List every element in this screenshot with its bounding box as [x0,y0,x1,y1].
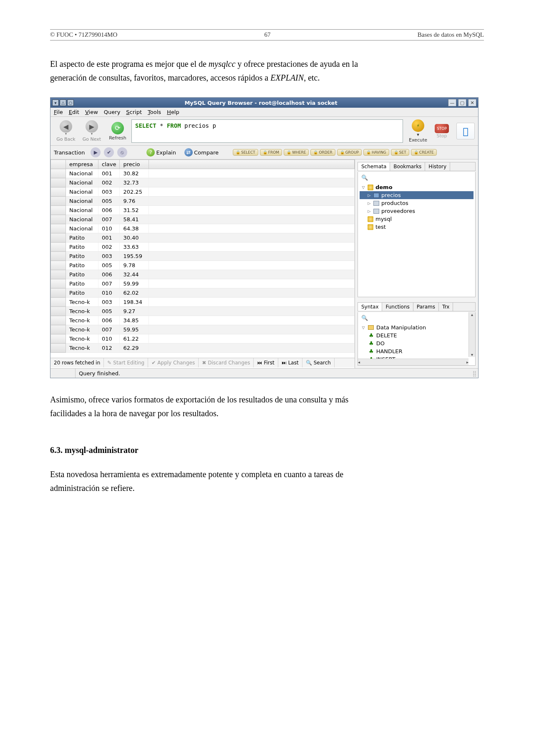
table-row[interactable]: Patito00759.99 [51,279,355,288]
header-left: © FUOC • 71Z799014MO [50,31,117,38]
scrollbar-horizontal[interactable]: ◂▸ [358,359,469,365]
last-button[interactable]: ⏭ Last [278,358,302,367]
table-row[interactable]: Nacional00130.82 [51,169,355,178]
database-icon [368,216,373,222]
table-row[interactable]: Nacional00631.52 [51,206,355,215]
sql-chip-create[interactable]: 🔒CREATE [411,149,437,156]
syntax-item-handler[interactable]: ♣HANDLER [360,347,474,355]
table-row[interactable]: Nacional003202.25 [51,187,355,197]
col-clave[interactable]: clave [98,160,120,169]
sql-chip-having[interactable]: 🔒HAVING [363,149,389,156]
table-row[interactable]: Tecno-k0059.27 [51,307,355,316]
query-input[interactable]: SELECT * FROM precios p [131,119,403,143]
syntax-group[interactable]: Data Manipulation [360,324,474,331]
mysql-dolphin-icon: 𓆝 [456,123,475,139]
menu-help[interactable]: Help [167,109,179,115]
titlebar-icon-2[interactable]: △ [60,99,66,106]
refresh-button[interactable]: ⟳ Refresh [106,119,130,143]
apply-changes-button[interactable]: ✔ Apply Changes [148,358,199,367]
db-mysql[interactable]: mysql [360,215,474,223]
sql-chip-select[interactable]: 🔒SELECT [233,149,258,156]
window-close-button[interactable]: ✕ [468,99,476,106]
sql-chip-from[interactable]: 🔒FROM [260,149,282,156]
transaction-commit-icon[interactable]: ✔ [104,147,114,157]
go-back-button[interactable]: ◀ ▾ Go Back [54,119,78,143]
table-row[interactable]: Tecno-k003198.34 [51,298,355,307]
menu-edit[interactable]: Edit [69,109,79,115]
table-row[interactable]: Tecno-k01061.22 [51,334,355,344]
compare-button[interactable]: ⇄Compare [182,148,221,157]
sql-chip-group[interactable]: 🔒GROUP [337,149,362,156]
kw-star: * [160,122,163,129]
status-bar: Query finished. ⣿ [50,368,478,378]
table-row[interactable]: Patito00233.63 [51,243,355,252]
schemata-tree[interactable]: demo precios productos proveedores mysql… [360,183,474,231]
col-precio[interactable]: precio [120,160,149,169]
menu-file[interactable]: File [54,109,63,115]
tab-bookmarks[interactable]: Bookmarks [390,162,425,171]
menu-query[interactable]: Query [104,109,121,115]
tab-history[interactable]: History [425,162,450,171]
paragraph-3: Esta novedosa herramienta es extremadame… [50,468,371,495]
col-empresa[interactable]: empresa [66,160,98,169]
tab-syntax[interactable]: Syntax [358,303,382,311]
search-icon[interactable]: 🔍 [361,315,368,321]
db-test[interactable]: test [360,223,474,231]
go-back-label: Go Back [56,137,75,142]
sql-chip-set[interactable]: 🔒SET [391,149,409,156]
sql-chip-where[interactable]: 🔒WHERE [284,149,309,156]
transaction-start-icon[interactable]: ▶ [91,147,101,157]
menu-script[interactable]: Script [126,109,142,115]
table-row[interactable]: Tecno-k00759.95 [51,325,355,334]
database-icon [368,185,373,190]
syntax-item-delete[interactable]: ♣DELETE [360,331,474,339]
window-maximize-button[interactable]: ▢ [458,99,466,106]
stop-button[interactable]: STOP Stop [435,124,449,139]
results-table[interactable]: empresa clave precio Nacional00130.82Nac… [50,159,355,353]
search-icon[interactable]: 🔍 [361,174,368,181]
tab-trx[interactable]: Trx [439,303,453,311]
window-minimize-button[interactable]: — [448,99,456,106]
stop-label: Stop [436,133,447,139]
table-productos[interactable]: productos [360,199,474,207]
tab-params[interactable]: Params [413,303,439,311]
status-text: Query finished. [76,370,120,377]
toolbar-transaction: Transaction ▶ ✔ ⦸ ?Explain ⇄Compare 🔒SEL… [50,146,478,159]
tab-schemata[interactable]: Schemata [358,162,390,171]
table-row[interactable]: Tecno-k01262.29 [51,344,355,353]
resize-grip-icon[interactable]: ⣿ [471,370,478,377]
explain-button[interactable]: ?Explain [144,148,179,157]
table-row[interactable]: Patito00130.40 [51,233,355,243]
titlebar-icon-3[interactable]: ○ [67,99,74,106]
menu-tools[interactable]: Tools [148,109,161,115]
table-row[interactable]: Patito01062.02 [51,288,355,298]
titlebar-icon-1[interactable]: ▾ [52,99,59,106]
first-button[interactable]: ⏮ First [254,358,278,367]
table-row[interactable]: Patito00632.44 [51,270,355,279]
page-number: 67 [264,31,271,38]
table-row[interactable]: Nacional00758.41 [51,215,355,224]
p1-part-c: , etc. [304,73,320,82]
transaction-rollback-icon[interactable]: ⦸ [117,147,127,157]
search-button[interactable]: 🔍 Search [302,358,335,367]
go-next-button[interactable]: ▶ ▾ Go Next [80,119,104,143]
menu-view[interactable]: View [85,109,98,115]
table-row[interactable]: Nacional00232.73 [51,178,355,187]
scrollbar-vertical[interactable]: ▴▾ [469,312,475,357]
tab-functions[interactable]: Functions [382,303,413,311]
sql-chip-order[interactable]: 🔒ORDER [310,149,335,156]
table-proveedores[interactable]: proveedores [360,207,474,215]
table-row[interactable]: Tecno-k00634.85 [51,316,355,325]
app-window: ▾ △ ○ MySQL Query Browser - root@localho… [50,97,479,378]
table-row[interactable]: Patito0059.78 [51,261,355,270]
table-row[interactable]: Patito003195.59 [51,252,355,261]
table-precios[interactable]: precios [360,191,474,199]
start-editing-button[interactable]: ✎ Start Editing [104,358,148,367]
window-title: MySQL Query Browser - root@localhost via… [74,100,448,106]
discard-changes-button[interactable]: ✖ Discard Changes [199,358,254,367]
syntax-item-do[interactable]: ♣DO [360,339,474,347]
db-demo[interactable]: demo [360,183,474,191]
execute-button[interactable]: ⚡ ▾ Execute [409,119,427,143]
table-row[interactable]: Nacional0059.76 [51,197,355,206]
table-row[interactable]: Nacional01064.38 [51,224,355,233]
